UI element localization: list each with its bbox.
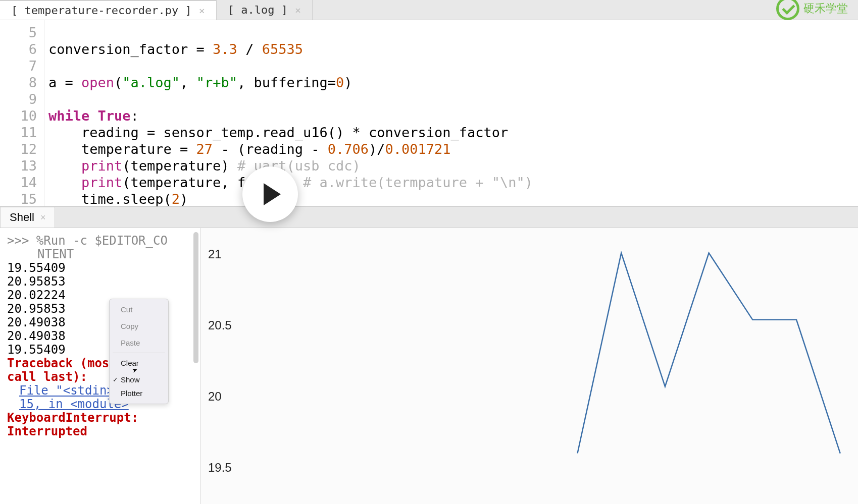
close-icon[interactable]: × [295, 4, 301, 16]
plot-y-tick: 19.5 [208, 461, 232, 475]
plot-y-tick: 20.5 [208, 318, 232, 332]
traceback-line: Traceback (mos [7, 356, 109, 370]
check-icon: ✓ [113, 373, 118, 386]
bottom-pane: >>> %Run -c $EDITOR_CO NTENT 19.5540920.… [0, 228, 858, 504]
scrollbar[interactable] [193, 232, 198, 363]
tab-label: Shell [10, 211, 34, 224]
tab-temperature-recorder[interactable]: [ temperature-recorder.py ] × [0, 0, 217, 20]
play-icon [264, 183, 281, 205]
shell-command-wrap: NTENT [7, 248, 193, 261]
shell-value: 19.55409 [7, 261, 193, 275]
close-icon[interactable]: × [40, 212, 46, 223]
brand-text: 硬禾学堂 [803, 1, 848, 16]
tab-a-log[interactable]: [ a.log ] × [217, 0, 313, 20]
plot-y-tick: 20 [208, 389, 222, 404]
brand-badge: 硬禾学堂 [776, 0, 848, 20]
context-menu: Cut Copy Paste Clear ✓ Show Plotter [109, 299, 169, 404]
keyboard-interrupt: KeyboardInterrupt: [7, 411, 138, 425]
plotter-panel: 2120.52019.5 [201, 228, 858, 504]
plot-y-tick: 21 [208, 247, 222, 261]
interrupted-line: Interrupted [7, 424, 87, 438]
close-icon[interactable]: × [199, 5, 205, 17]
code-editor[interactable]: 5678910111213141516 conversion_factor = … [0, 20, 858, 207]
tab-label: [ temperature-recorder.py ] [11, 4, 192, 17]
tab-label: [ a.log ] [228, 4, 288, 16]
shell-prompt: >>> [7, 234, 29, 248]
shell-tabbar: Shell × [0, 207, 858, 228]
plot-line [241, 233, 852, 499]
play-overlay-button[interactable] [242, 166, 298, 222]
shell-value: 20.95853 [7, 275, 193, 289]
menu-paste: Paste [110, 334, 168, 351]
code-area[interactable]: conversion_factor = 3.3 / 65535a = open(… [44, 20, 858, 206]
menu-clear[interactable]: Clear [110, 355, 168, 371]
menu-copy: Copy [110, 318, 168, 334]
tab-shell[interactable]: Shell × [0, 207, 55, 228]
traceback-line: call last): [7, 370, 87, 384]
shell-command: %Run -c $EDITOR_CO [36, 234, 168, 248]
shell-output[interactable]: >>> %Run -c $EDITOR_CO NTENT 19.5540920.… [0, 228, 201, 504]
editor-tabbar: [ temperature-recorder.py ] × [ a.log ] … [0, 0, 858, 20]
line-number-gutter: 5678910111213141516 [0, 20, 44, 206]
brand-check-icon [776, 0, 799, 20]
menu-cut: Cut [110, 301, 168, 318]
menu-separator [113, 353, 165, 353]
